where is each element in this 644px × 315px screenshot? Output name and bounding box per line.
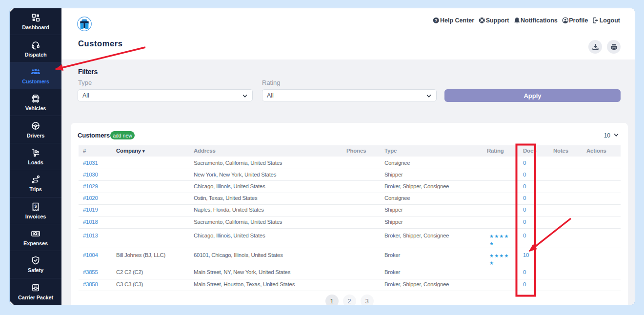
svg-text:$: $ — [34, 203, 37, 208]
svg-text:?: ? — [435, 18, 438, 23]
